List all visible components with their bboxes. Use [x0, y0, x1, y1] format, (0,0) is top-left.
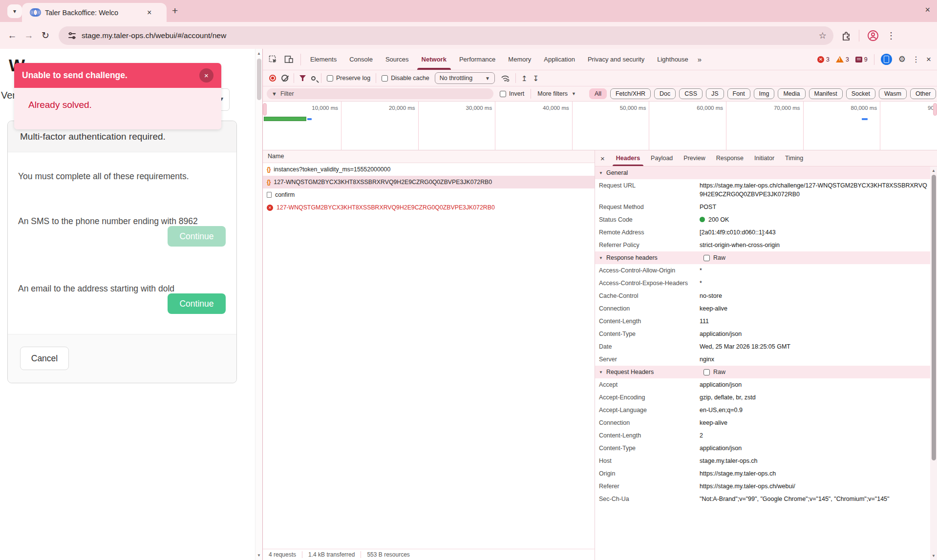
scrollbar-thumb[interactable] — [257, 59, 261, 100]
network-overview-timeline[interactable]: 10,000 ms20,000 ms30,000 ms40,000 ms50,0… — [263, 102, 937, 150]
filter-chip-wasm[interactable]: Wasm — [879, 88, 907, 99]
tab-privacy-and-security[interactable]: Privacy and security — [581, 49, 651, 70]
throttling-select[interactable]: No throttling ▼ — [435, 72, 495, 84]
raw-checkbox[interactable]: Raw — [703, 254, 725, 261]
device-toolbar-icon[interactable] — [284, 55, 294, 63]
console-warnings-badge[interactable]: 3 — [836, 56, 849, 63]
details-tab-payload[interactable]: Payload — [645, 150, 678, 166]
tab-console[interactable]: Console — [343, 49, 379, 70]
toast-close-icon[interactable]: × — [199, 68, 213, 83]
more-tabs-icon[interactable]: » — [695, 55, 704, 63]
details-tab-headers[interactable]: Headers — [611, 150, 645, 166]
scroll-up-icon[interactable]: ▲ — [930, 168, 937, 173]
table-row[interactable]: ×127-WNQSTGM2BYCX3KHT8XSSBRXRVQ9H2E9CZRG… — [263, 201, 595, 214]
filter-chip-manifest[interactable]: Manifest — [809, 88, 843, 99]
back-button[interactable]: ← — [4, 30, 21, 41]
new-tab-button[interactable]: + — [172, 5, 178, 17]
bookmark-star-icon[interactable]: ☆ — [819, 30, 827, 41]
import-har-icon[interactable]: ↥ — [521, 75, 528, 82]
invert-checkbox[interactable]: Invert — [500, 90, 524, 97]
preserve-log-checkbox[interactable]: Preserve log — [327, 75, 370, 82]
mfa-sms-requirement: An SMS to the phone number ending with 8… — [18, 216, 198, 227]
disable-cache-checkbox[interactable]: Disable cache — [382, 75, 429, 82]
filter-chip-doc[interactable]: Doc — [654, 88, 676, 99]
tab-lighthouse[interactable]: Lighthouse — [651, 49, 695, 70]
checkbox-icon[interactable] — [703, 369, 710, 375]
details-tab-timing[interactable]: Timing — [780, 150, 809, 166]
scrollbar-thumb[interactable] — [932, 175, 936, 460]
reload-button[interactable]: ↻ — [37, 30, 54, 41]
details-tab-response[interactable]: Response — [711, 150, 749, 166]
filter-chip-socket[interactable]: Socket — [846, 88, 875, 99]
issues-badge[interactable]: 9 — [855, 56, 868, 63]
tab-sources[interactable]: Sources — [379, 49, 415, 70]
tab-search-button[interactable]: ▾ — [7, 4, 22, 18]
filter-chip-media[interactable]: Media — [778, 88, 805, 99]
url-text[interactable]: stage.my.taler-ops.ch/webui/#/account/ne… — [82, 31, 226, 40]
checkbox-icon[interactable] — [382, 75, 388, 82]
filter-chip-other[interactable]: Other — [910, 88, 936, 99]
close-details-icon[interactable]: × — [600, 154, 605, 163]
filter-input[interactable] — [280, 90, 466, 97]
tab-application[interactable]: Application — [537, 49, 581, 70]
filter-chip-img[interactable]: Img — [754, 88, 775, 99]
tab-close-icon[interactable]: × — [147, 8, 151, 17]
cancel-button[interactable]: Cancel — [20, 347, 69, 370]
tab-performance[interactable]: Performance — [453, 49, 502, 70]
profile-avatar-icon[interactable] — [867, 30, 879, 41]
browser-menu-icon[interactable]: ⋮ — [887, 30, 895, 41]
details-tab-preview[interactable]: Preview — [678, 150, 710, 166]
email-continue-button[interactable]: Continue — [168, 293, 226, 314]
filter-icon[interactable] — [299, 75, 306, 81]
clear-network-log-icon[interactable] — [281, 75, 288, 82]
checkbox-icon[interactable] — [703, 255, 710, 261]
filter-chip-js[interactable]: JS — [706, 88, 724, 99]
scroll-down-icon[interactable]: ▼ — [930, 554, 937, 558]
chevron-down-icon: ▼ — [485, 76, 490, 81]
browser-tab[interactable]: Taler Backoffice: Welco × — [22, 3, 167, 22]
details-scrollbar[interactable]: ▲ ▼ — [930, 166, 937, 560]
filter-chip-font[interactable]: Font — [727, 88, 750, 99]
filter-chip-css[interactable]: CSS — [679, 88, 703, 99]
site-info-icon[interactable] — [68, 33, 76, 39]
extensions-icon[interactable] — [841, 31, 851, 41]
page-scrollbar[interactable]: ▲ ▼ — [255, 49, 262, 560]
checkbox-icon[interactable] — [327, 75, 333, 82]
devtools-close-icon[interactable]: × — [926, 55, 931, 64]
details-tab-initiator[interactable]: Initiator — [749, 150, 780, 166]
tab-memory[interactable]: Memory — [502, 49, 537, 70]
name-column-header[interactable]: Name — [263, 150, 595, 163]
sms-continue-button[interactable]: Continue — [168, 226, 226, 247]
window-close-icon[interactable]: × — [925, 5, 930, 15]
overview-left-handle[interactable] — [263, 103, 267, 116]
overview-right-handle[interactable] — [933, 103, 937, 116]
table-row[interactable]: confirm — [263, 188, 595, 201]
inspect-element-icon[interactable] — [269, 55, 277, 64]
checkbox-icon[interactable] — [500, 91, 506, 97]
network-conditions-icon[interactable] — [500, 74, 510, 82]
section-header-response-headers[interactable]: ▼Response headersRaw — [595, 251, 930, 264]
raw-checkbox[interactable]: Raw — [703, 369, 725, 375]
table-row[interactable]: {}instances?token_validity_ms=1555200000… — [263, 163, 595, 176]
export-har-icon[interactable]: ↧ — [533, 75, 539, 82]
forward-button[interactable]: → — [21, 30, 37, 41]
request-name: instances?token_validity_ms=15552000000 — [274, 166, 390, 173]
filter-chip-fetch-xhr[interactable]: Fetch/XHR — [610, 88, 651, 99]
tab-network[interactable]: Network — [415, 49, 453, 70]
more-filters-button[interactable]: More filters ▼ — [537, 90, 576, 97]
section-header-request-headers[interactable]: ▼Request HeadersRaw — [595, 366, 930, 378]
table-row[interactable]: {}127-WNQSTGM2BYCX3KHT8XSSBRXRVQ9H2E9CZR… — [263, 176, 595, 188]
tab-elements[interactable]: Elements — [304, 49, 343, 70]
record-network-log-icon[interactable] — [269, 75, 276, 82]
devtools-menu-icon[interactable]: ⋮ — [912, 55, 920, 64]
section-header-general[interactable]: ▼General — [595, 166, 930, 179]
address-bar[interactable]: stage.my.taler-ops.ch/webui/#/account/ne… — [59, 26, 833, 45]
scroll-up-icon[interactable]: ▲ — [256, 51, 262, 56]
console-errors-badge[interactable]: ✕ 3 — [817, 56, 830, 63]
devtools-promo-icon[interactable] — [881, 54, 892, 65]
devtools-settings-icon[interactable]: ⚙ — [898, 54, 906, 64]
filter-chip-all[interactable]: All — [589, 88, 607, 99]
filter-input-pill[interactable]: ▼ — [267, 88, 493, 99]
scroll-down-icon[interactable]: ▼ — [256, 553, 262, 558]
search-icon[interactable] — [311, 76, 316, 81]
